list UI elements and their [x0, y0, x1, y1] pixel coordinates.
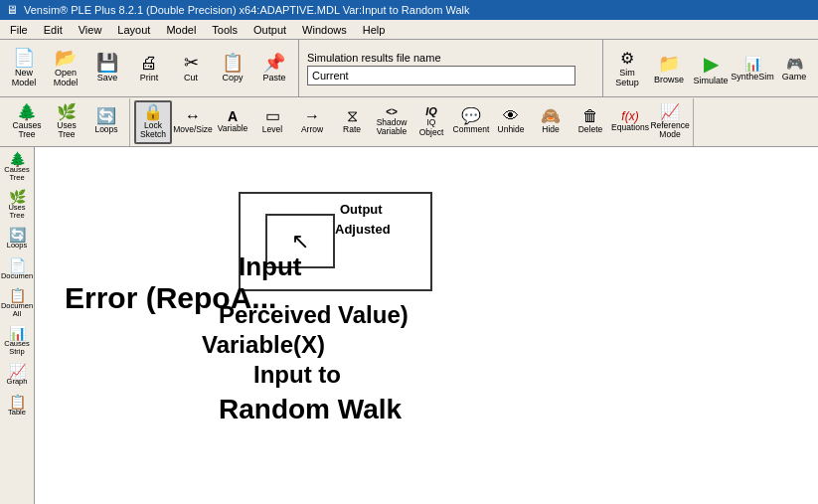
- toolbar2: 🌲 CausesTree 🌿 UsesTree 🔄 Loops 🔒 LockSk…: [0, 97, 818, 147]
- menu-windows[interactable]: Windows: [294, 22, 355, 38]
- synthesim-icon: 📊: [744, 56, 761, 72]
- menu-tools[interactable]: Tools: [204, 22, 245, 38]
- copy-button[interactable]: 📋 Copy: [213, 43, 252, 94]
- reference-mode-button[interactable]: 📈 ReferenceMode: [651, 100, 689, 144]
- right-toolbar: ⚙ SimSetup 📁 Browse ▶ Simulate 📊 SyntheS…: [602, 40, 818, 96]
- variable-button[interactable]: A Variable: [214, 100, 251, 144]
- sidebar-document[interactable]: 📄 Documen: [1, 254, 33, 284]
- arrow-icon: →: [304, 108, 320, 124]
- level-icon: ▭: [265, 108, 280, 124]
- menu-output[interactable]: Output: [245, 22, 294, 38]
- save-button[interactable]: 💾 Save: [87, 43, 127, 94]
- tree-group: 🌲 CausesTree 🌿 UsesTree 🔄 Loops: [4, 98, 130, 146]
- table-sidebar-icon: 📋: [9, 395, 26, 409]
- sidebar-table[interactable]: 📋 Table: [1, 391, 33, 420]
- sim-results-area: Simulation results file name: [299, 40, 602, 96]
- reference-mode-icon: 📈: [660, 104, 680, 120]
- sidebar-causes-strip[interactable]: 📊 CausesStrip: [1, 323, 33, 360]
- equations-button[interactable]: f(x) Equations: [611, 100, 649, 144]
- delete-icon: 🗑: [582, 108, 598, 124]
- comment-button[interactable]: 💬 Comment: [452, 100, 490, 144]
- open-model-icon: 📂: [55, 49, 77, 67]
- unhide-icon: 👁: [503, 108, 519, 124]
- sim-results-input[interactable]: [307, 66, 575, 85]
- shadow-variable-icon: <>: [386, 107, 398, 117]
- sidebar-uses-tree[interactable]: 🌿 UsesTree: [1, 187, 33, 224]
- random-walk-label: Random Walk: [219, 394, 402, 425]
- toolbar1: 📄 NewModel 📂 OpenModel 💾 Save 🖨 Print ✂ …: [0, 40, 818, 97]
- loops-icon: 🔄: [96, 108, 116, 124]
- open-model-button[interactable]: 📂 OpenModel: [46, 43, 85, 94]
- delete-button[interactable]: 🗑 Delete: [572, 100, 609, 144]
- graph-sidebar-icon: 📈: [9, 364, 26, 378]
- cut-icon: ✂: [184, 54, 199, 72]
- cut-button[interactable]: ✂ Cut: [171, 43, 211, 94]
- adjusted-label: Adjusted: [335, 222, 391, 237]
- menu-file[interactable]: File: [2, 22, 36, 38]
- loops-sidebar-icon: 🔄: [9, 228, 26, 242]
- file-toolbar-group: 📄 NewModel 📂 OpenModel 💾 Save 🖨 Print ✂ …: [0, 40, 299, 96]
- copy-icon: 📋: [222, 54, 244, 72]
- synthesim-button[interactable]: 📊 SyntheSim: [733, 43, 772, 94]
- menu-model[interactable]: Model: [158, 22, 204, 38]
- output-label: Output: [340, 202, 383, 217]
- document-all-sidebar-icon: 📋: [9, 288, 26, 302]
- sidebar-graph[interactable]: 📈 Graph: [1, 360, 33, 390]
- uses-tree-sidebar-icon: 🌿: [9, 190, 26, 204]
- paste-icon: 📌: [263, 54, 285, 72]
- shadow-variable-button[interactable]: <> ShadowVariable: [373, 100, 410, 144]
- move-size-icon: ↔: [185, 108, 201, 124]
- arrow-button[interactable]: → Arrow: [293, 100, 331, 144]
- variable-icon: A: [228, 109, 238, 123]
- sidebar-document-all[interactable]: 📋 DocumenAll: [1, 285, 33, 322]
- input-to-label: Input to: [253, 361, 341, 389]
- iq-object-button[interactable]: IQ IQObject: [412, 100, 450, 144]
- paste-button[interactable]: 📌 Paste: [254, 43, 294, 94]
- lock-sketch-button[interactable]: 🔒 LockSketch: [134, 100, 172, 144]
- comment-icon: 💬: [461, 108, 481, 124]
- print-button[interactable]: 🖨 Print: [129, 43, 169, 94]
- unhide-button[interactable]: 👁 Unhide: [492, 100, 530, 144]
- menu-bar: File Edit View Layout Model Tools Output…: [0, 20, 818, 40]
- lock-sketch-icon: 🔒: [143, 104, 163, 120]
- title-bar: 🖥 Vensim® PLE Plus 8.2.1 (Double Precisi…: [0, 0, 818, 20]
- sim-setup-icon: ⚙: [620, 49, 634, 68]
- menu-help[interactable]: Help: [355, 22, 394, 38]
- new-model-icon: 📄: [13, 49, 35, 67]
- print-icon: 🖨: [140, 54, 158, 72]
- new-model-button[interactable]: 📄 NewModel: [4, 43, 44, 94]
- sim-results-label: Simulation results file name: [307, 52, 594, 64]
- left-sidebar: 🌲 CausesTree 🌿 UsesTree 🔄 Loops 📄 Docume…: [0, 147, 35, 504]
- causes-tree-sidebar-icon: 🌲: [9, 152, 26, 166]
- sketch-tools-group: 🔒 LockSketch ↔ Move/Size A Variable ▭ Le…: [130, 98, 694, 146]
- level-button[interactable]: ▭ Level: [253, 100, 291, 144]
- input-label: Input: [239, 252, 302, 282]
- move-size-button[interactable]: ↔ Move/Size: [174, 100, 212, 144]
- document-sidebar-icon: 📄: [9, 258, 26, 272]
- uses-tree-icon: 🌿: [57, 104, 77, 120]
- causes-tree-button[interactable]: 🌲 CausesTree: [8, 100, 46, 144]
- hide-button[interactable]: 🙈 Hide: [532, 100, 570, 144]
- iq-object-icon: IQ: [425, 106, 437, 117]
- uses-tree-button[interactable]: 🌿 UsesTree: [48, 100, 85, 144]
- game-button[interactable]: 🎮 Game: [774, 43, 814, 94]
- hide-icon: 🙈: [541, 108, 561, 124]
- menu-layout[interactable]: Layout: [109, 22, 158, 38]
- loops-button[interactable]: 🔄 Loops: [87, 100, 125, 144]
- sidebar-loops[interactable]: 🔄 Loops: [1, 224, 33, 253]
- save-icon: 💾: [96, 54, 118, 72]
- app-icon: 🖥: [6, 3, 18, 17]
- causes-tree-icon: 🌲: [17, 104, 37, 120]
- rate-icon: ⧖: [347, 108, 358, 124]
- causes-strip-sidebar-icon: 📊: [9, 326, 26, 340]
- equations-icon: f(x): [621, 110, 638, 122]
- sim-setup-button[interactable]: ⚙ SimSetup: [607, 43, 647, 94]
- browse-button[interactable]: 📁 Browse: [649, 43, 689, 94]
- menu-edit[interactable]: Edit: [36, 22, 71, 38]
- menu-view[interactable]: View: [71, 22, 110, 38]
- sidebar-causes-tree[interactable]: 🌲 CausesTree: [1, 149, 33, 186]
- browse-icon: 📁: [658, 53, 680, 75]
- rate-button[interactable]: ⧖ Rate: [333, 100, 371, 144]
- simulate-button[interactable]: ▶ Simulate: [691, 43, 731, 94]
- canvas-area[interactable]: ↖ Output Adjusted Error (RepoA... Input …: [35, 147, 818, 504]
